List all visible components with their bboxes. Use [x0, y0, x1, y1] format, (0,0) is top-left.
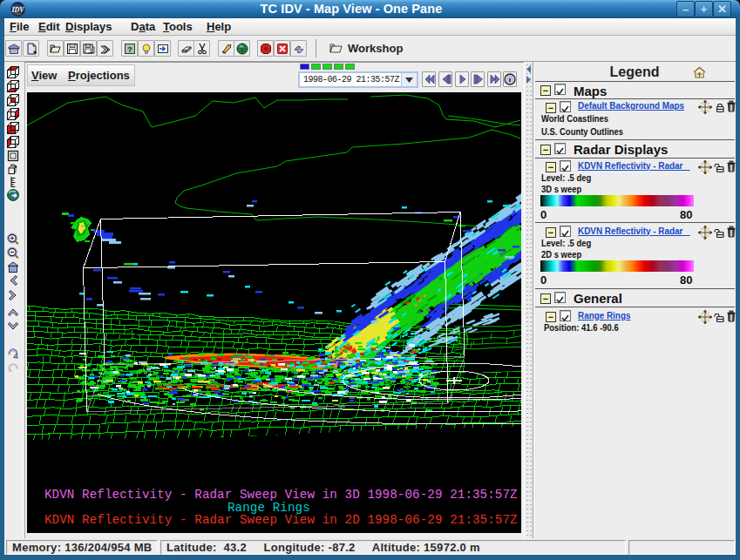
svg-text:?: ? [127, 45, 132, 54]
svg-text:KDVN Reflectivity - Radar Swee: KDVN Reflectivity - Radar Sweep View in … [44, 488, 518, 502]
svg-text:IDV: IDV [10, 6, 24, 14]
svg-text:KDVN Reflectivity - Radar Swee: KDVN Reflectivity - Radar Sweep View in … [44, 513, 518, 527]
